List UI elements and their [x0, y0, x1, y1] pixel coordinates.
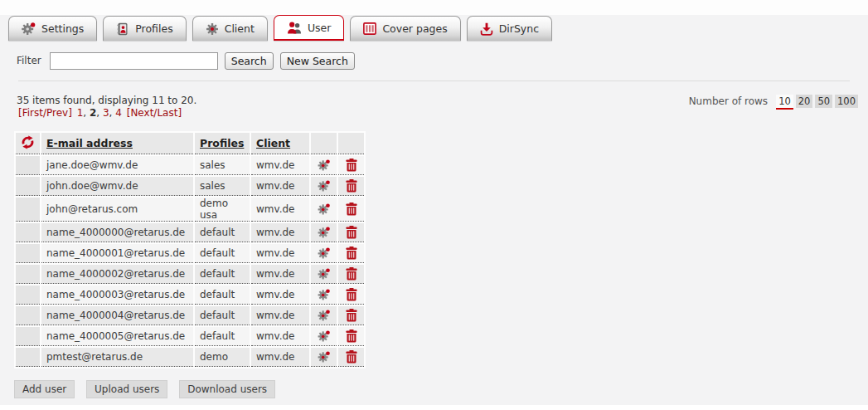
tab-dirsync[interactable]: DirSync [467, 16, 552, 41]
edit-user-button[interactable] [311, 348, 337, 367]
search-button[interactable]: Search [225, 52, 274, 70]
filter-input[interactable] [50, 52, 218, 70]
page-4-link[interactable]: 4 [115, 107, 122, 119]
upload-users-button[interactable]: Upload users [86, 380, 167, 398]
download-tray-icon [480, 22, 493, 36]
tab-profiles[interactable]: Profiles [103, 16, 186, 41]
user-client: wmv.de [251, 198, 309, 222]
gear-settings-icon [318, 268, 330, 281]
delete-user-button[interactable] [338, 286, 364, 305]
trash-icon [346, 179, 357, 193]
page-top-strip [0, 0, 868, 15]
row-leading-cell [16, 327, 40, 346]
user-email: pmtest@retarus.de [41, 348, 193, 367]
user-client: wmv.de [251, 223, 309, 242]
edit-user-button[interactable] [311, 244, 337, 263]
delete-user-button[interactable] [338, 198, 364, 222]
gear-settings-icon [318, 351, 330, 364]
results-summary: 35 items found, displaying 11 to 20. [17, 95, 196, 107]
user-email: name_4000001@retarus.de [41, 244, 193, 263]
rows-option-50[interactable]: 50 [815, 95, 832, 108]
columns-page-icon [363, 22, 376, 35]
row-leading-cell [16, 198, 40, 222]
new-search-button[interactable]: New Search [280, 52, 355, 70]
gear-settings-icon [318, 247, 330, 260]
trash-icon [346, 226, 357, 239]
tab-settings[interactable]: Settings [8, 16, 97, 41]
page-3-link[interactable]: 3 [103, 107, 109, 119]
add-user-button[interactable]: Add user [14, 380, 75, 398]
table-row: name_4000003@retarus.de default wmv.de [16, 286, 364, 305]
delete-user-button[interactable] [338, 223, 364, 242]
gear-red-dot-icon [22, 22, 36, 36]
delete-user-button[interactable] [338, 306, 364, 325]
user-email: jane.doe@wmv.de [41, 156, 193, 175]
next-last-link[interactable]: [Next/Last] [127, 107, 182, 119]
tab-user[interactable]: User [274, 15, 345, 41]
gear-red-center-icon [206, 22, 219, 36]
results-block: 35 items found, displaying 11 to 20. [Fi… [17, 95, 196, 120]
tab-profiles-label: Profiles [135, 22, 172, 35]
row-leading-cell [16, 306, 40, 325]
user-profile: default [195, 306, 250, 325]
user-client: wmv.de [251, 265, 309, 284]
rows-selector: Number of rows 10 20 50 100 [689, 95, 858, 108]
row-leading-cell [16, 223, 40, 242]
user-profile: default [195, 265, 250, 284]
user-profile: demo [195, 348, 250, 367]
gear-settings-icon [318, 227, 330, 239]
profiles-column-header[interactable]: Profiles [195, 133, 250, 154]
edit-user-button[interactable] [311, 265, 337, 284]
gear-settings-icon [318, 203, 330, 216]
delete-user-button[interactable] [338, 348, 364, 367]
first-prev-link[interactable]: [First/Prev] [18, 107, 72, 119]
tab-client[interactable]: Client [192, 16, 268, 41]
edit-user-button[interactable] [311, 306, 337, 325]
user-client: wmv.de [251, 244, 309, 263]
pagination-separator: , [83, 107, 90, 119]
trash-icon [346, 288, 357, 301]
user-profile: default [195, 286, 250, 305]
edit-user-button[interactable] [311, 177, 337, 196]
row-leading-cell [16, 177, 40, 196]
edit-user-button[interactable] [311, 223, 337, 242]
table-row: john@retarus.com demo usa wmv.de [16, 198, 364, 222]
tab-client-label: Client [225, 22, 255, 35]
client-column-header[interactable]: Client [251, 133, 309, 154]
table-wrap: E-mail address Profiles Client jane.doe@… [0, 120, 868, 369]
address-book-icon [116, 22, 129, 36]
table-row: name_4000004@retarus.de default wmv.de [16, 306, 364, 325]
user-profile: demo usa [195, 198, 250, 222]
gear-settings-icon [318, 310, 330, 322]
user-table-body: jane.doe@wmv.de sales wmv.de [16, 156, 364, 367]
user-email: john@retarus.com [41, 198, 193, 222]
user-client: wmv.de [251, 348, 309, 367]
delete-user-button[interactable] [338, 265, 364, 284]
tab-cover-pages[interactable]: Cover pages [350, 16, 460, 41]
download-users-button[interactable]: Download users [179, 380, 275, 398]
edit-user-button[interactable] [311, 286, 337, 305]
edit-user-button[interactable] [311, 198, 337, 222]
sync-arrows-logo-icon [21, 135, 35, 149]
delete-user-button[interactable] [338, 156, 364, 175]
user-client: wmv.de [251, 327, 309, 346]
table-row: john.doe@wmv.de sales wmv.de [16, 177, 364, 196]
footer-actions: Add user Upload users Download users [0, 369, 868, 398]
tab-settings-label: Settings [41, 22, 84, 35]
delete-user-button[interactable] [338, 177, 364, 196]
gear-settings-icon [318, 180, 330, 193]
email-column-header[interactable]: E-mail address [41, 133, 193, 154]
user-email: name_4000004@retarus.de [41, 306, 193, 325]
edit-user-button[interactable] [311, 327, 337, 346]
trash-icon [346, 329, 357, 343]
delete-user-button[interactable] [338, 327, 364, 346]
edit-user-button[interactable] [311, 156, 337, 175]
trash-icon [346, 267, 357, 281]
rows-option-10[interactable]: 10 [776, 95, 793, 108]
pagination-separator: , [96, 107, 103, 119]
delete-user-button[interactable] [338, 244, 364, 263]
table-row: name_4000000@retarus.de default wmv.de [16, 223, 364, 242]
rows-option-20[interactable]: 20 [796, 95, 813, 108]
tab-cover-pages-label: Cover pages [382, 22, 447, 35]
rows-option-100[interactable]: 100 [835, 95, 858, 108]
